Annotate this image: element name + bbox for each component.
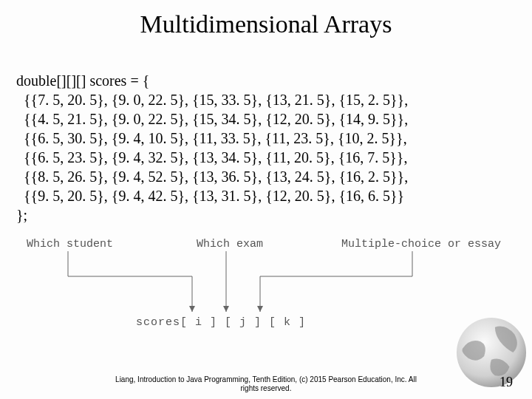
footer-line1: Liang, Introduction to Java Programming,…	[115, 375, 417, 383]
code-row: {{4. 5, 21. 5}, {9. 0, 22. 5}, {15, 34. …	[16, 111, 408, 127]
footer-citation: Liang, Introduction to Java Programming,…	[0, 375, 532, 393]
code-row: {{8. 5, 26. 5}, {9. 4, 52. 5}, {13, 36. …	[16, 168, 408, 185]
svg-marker-9	[257, 306, 263, 312]
code-row: {{9. 5, 20. 5}, {9. 4, 42. 5}, {13, 31. …	[16, 188, 404, 204]
code-decl: double[][][] scores = {	[16, 72, 149, 89]
page-number: 19	[499, 375, 513, 390]
code-block: double[][][] scores = { {{7. 5, 20. 5}, …	[0, 38, 532, 225]
code-row: {{7. 5, 20. 5}, {9. 0, 22. 5}, {15, 33. …	[16, 92, 408, 108]
code-row: {{6. 5, 23. 5}, {9. 4, 32. 5}, {13, 34. …	[16, 149, 407, 166]
index-diagram: Which student Which exam Multiple-choice…	[0, 238, 532, 341]
code-row: {{6. 5, 30. 5}, {9. 4, 10. 5}, {11, 33. …	[16, 130, 407, 146]
slide-title: Multidimensional Arrays	[0, 0, 532, 38]
svg-marker-3	[189, 306, 195, 312]
svg-marker-5	[223, 306, 229, 312]
code-end: };	[16, 207, 27, 223]
footer-line2: rights reserved.	[241, 384, 292, 392]
array-expression: scores[ i ] [ j ] [ k ]	[136, 316, 306, 329]
